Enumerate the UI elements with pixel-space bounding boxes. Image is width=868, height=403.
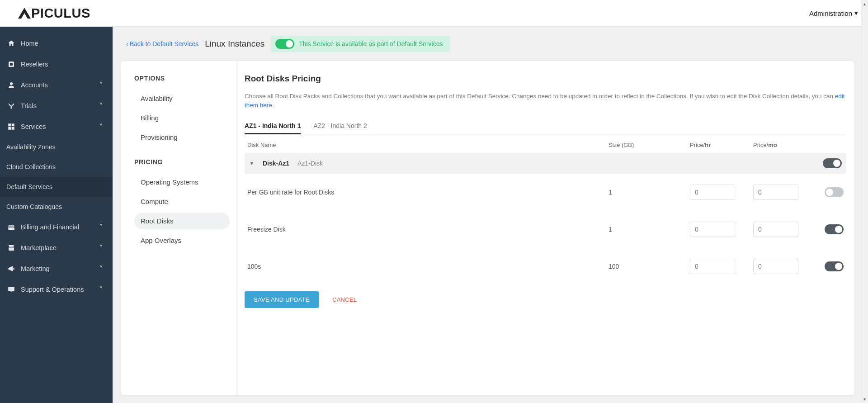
row-name: 100s xyxy=(247,263,609,270)
save-button[interactable]: SAVE AND UPDATE xyxy=(245,291,319,308)
pricing-item[interactable]: App Overlays xyxy=(134,232,230,249)
sidebar-item-support[interactable]: Support & Operations˅ xyxy=(0,279,113,300)
main-desc: Choose all Root Disk Packs and Collectio… xyxy=(245,92,846,110)
resellers-icon xyxy=(6,60,16,68)
main-pane: Root Disks Pricing Choose all Root Disk … xyxy=(236,61,854,395)
sidebar-item-label: Home xyxy=(21,40,104,47)
admin-dropdown[interactable]: Administration ▾ xyxy=(809,9,858,17)
top-header: PICULUS Administration ▾ xyxy=(0,0,868,27)
sidebar-item-home[interactable]: Home xyxy=(0,33,113,54)
col-price-hr: Price/hr xyxy=(690,142,753,148)
col-name: Disk Name xyxy=(247,142,609,148)
sidebar-sub-item[interactable]: Default Services xyxy=(0,177,113,197)
back-link[interactable]: ‹ Back to Default Services xyxy=(126,40,198,47)
svg-rect-7 xyxy=(8,287,14,291)
svg-rect-5 xyxy=(8,127,11,130)
caret-down-icon[interactable]: ▼ xyxy=(249,160,255,166)
sidebar-item-marketplace[interactable]: Marketplace˅ xyxy=(0,237,113,258)
sidebar-item-label: Trials xyxy=(21,102,94,109)
svg-rect-6 xyxy=(12,127,14,130)
chevron-down-icon: ˅ xyxy=(98,102,104,109)
sidebar-item-label: Accounts xyxy=(21,81,94,89)
service-badge: This Service is available as part of Def… xyxy=(271,36,450,52)
svg-point-2 xyxy=(10,82,13,85)
accounts-icon xyxy=(6,81,16,89)
chevron-up-icon: ˄ xyxy=(98,123,104,130)
row-size: 100 xyxy=(609,263,690,270)
price-mo-input[interactable] xyxy=(753,185,798,200)
table-row: 100s100 xyxy=(245,248,846,285)
group-toggle[interactable] xyxy=(823,158,842,168)
row-toggle[interactable] xyxy=(825,261,844,271)
options-item[interactable]: Provisioning xyxy=(134,129,230,146)
options-pane: OPTIONS AvailabilityBillingProvisioning … xyxy=(121,61,236,395)
admin-label: Administration xyxy=(809,9,852,17)
price-hr-input xyxy=(690,259,735,274)
sidebar-item-trials[interactable]: Trials˅ xyxy=(0,95,113,116)
row-name: Per GB unit rate for Root Disks xyxy=(247,189,609,196)
az-tabs: AZ1 - India North 1AZ2 - India North 2 xyxy=(245,119,846,134)
main-title: Root Disks Pricing xyxy=(245,74,846,84)
az-tab[interactable]: AZ1 - India North 1 xyxy=(245,119,301,134)
content: ‹ Back to Default Services Linux Instanc… xyxy=(113,27,868,403)
sidebar-sub-item[interactable]: Custom Catalogues xyxy=(0,197,113,217)
chevron-left-icon: ‹ xyxy=(126,40,128,47)
pricing-item[interactable]: Compute xyxy=(134,193,230,210)
chevron-down-icon: ˅ xyxy=(98,81,104,89)
caret-down-icon: ▾ xyxy=(854,9,858,17)
chevron-down-icon: ˅ xyxy=(98,265,104,272)
back-label: Back to Default Services xyxy=(130,40,199,47)
group-desc: Az1-Disk xyxy=(297,160,323,167)
svg-rect-1 xyxy=(10,63,13,66)
sidebar-item-services[interactable]: Services˄ xyxy=(0,116,113,137)
options-item[interactable]: Availability xyxy=(134,90,230,107)
pricing-title: PRICING xyxy=(134,158,230,166)
row-toggle[interactable] xyxy=(825,224,844,234)
price-mo-input xyxy=(753,222,798,237)
sidebar-sub-item[interactable]: Cloud Collections xyxy=(0,157,113,177)
sidebar-item-billing[interactable]: Billing and Financial˅ xyxy=(0,217,113,237)
support-icon xyxy=(6,285,16,294)
billing-icon xyxy=(6,223,16,231)
col-price-mo: Price/mo xyxy=(753,142,816,148)
pricing-item[interactable]: Root Disks xyxy=(134,213,230,229)
services-icon xyxy=(6,123,16,131)
sidebar-item-resellers[interactable]: Resellers xyxy=(0,54,113,75)
group-name: Disk-Az1 xyxy=(263,160,289,167)
table-header: Disk Name Size (GB) Price/hr Price/mo xyxy=(245,137,846,153)
sidebar-sub-item[interactable]: Availability Zones xyxy=(0,137,113,157)
scroll-up-icon[interactable]: ▴ xyxy=(863,0,866,8)
disk-group-row: ▼ Disk-Az1 Az1-Disk xyxy=(245,153,846,174)
svg-rect-4 xyxy=(12,123,14,126)
price-hr-input xyxy=(690,222,735,237)
options-item[interactable]: Billing xyxy=(134,109,230,126)
row-toggle[interactable] xyxy=(825,187,844,197)
az-tab[interactable]: AZ2 - India North 2 xyxy=(313,119,367,134)
pricing-item[interactable]: Operating Systems xyxy=(134,174,230,190)
cancel-button[interactable]: CANCEL xyxy=(332,296,357,303)
sidebar-item-label: Services xyxy=(21,123,94,130)
chevron-down-icon: ˅ xyxy=(98,286,104,293)
home-icon xyxy=(6,39,16,47)
marketplace-icon xyxy=(6,244,16,252)
service-toggle[interactable] xyxy=(275,39,294,49)
desc-text: Choose all Root Disk Packs and Collectio… xyxy=(245,93,835,100)
sidebar-item-marketing[interactable]: Marketing˅ xyxy=(0,258,113,279)
row-size: 1 xyxy=(609,189,690,196)
scrollbar[interactable]: ▴ ▾ xyxy=(861,0,868,403)
scroll-down-icon[interactable]: ▾ xyxy=(863,395,866,403)
price-hr-input[interactable] xyxy=(690,185,735,200)
trials-icon xyxy=(6,102,16,110)
panel: OPTIONS AvailabilityBillingProvisioning … xyxy=(121,61,854,395)
sidebar-item-accounts[interactable]: Accounts˅ xyxy=(0,75,113,95)
service-badge-text: This Service is available as part of Def… xyxy=(299,40,443,47)
chevron-down-icon: ˅ xyxy=(98,223,104,231)
col-size: Size (GB) xyxy=(609,142,690,148)
sidebar-item-label: Resellers xyxy=(21,61,104,68)
svg-rect-8 xyxy=(10,292,13,293)
action-bar: SAVE AND UPDATE CANCEL xyxy=(245,291,846,308)
brand-logo: PICULUS xyxy=(18,6,90,21)
price-mo-input xyxy=(753,259,798,274)
marketing-icon xyxy=(6,265,16,273)
sidebar-item-label: Support & Operations xyxy=(21,286,94,293)
